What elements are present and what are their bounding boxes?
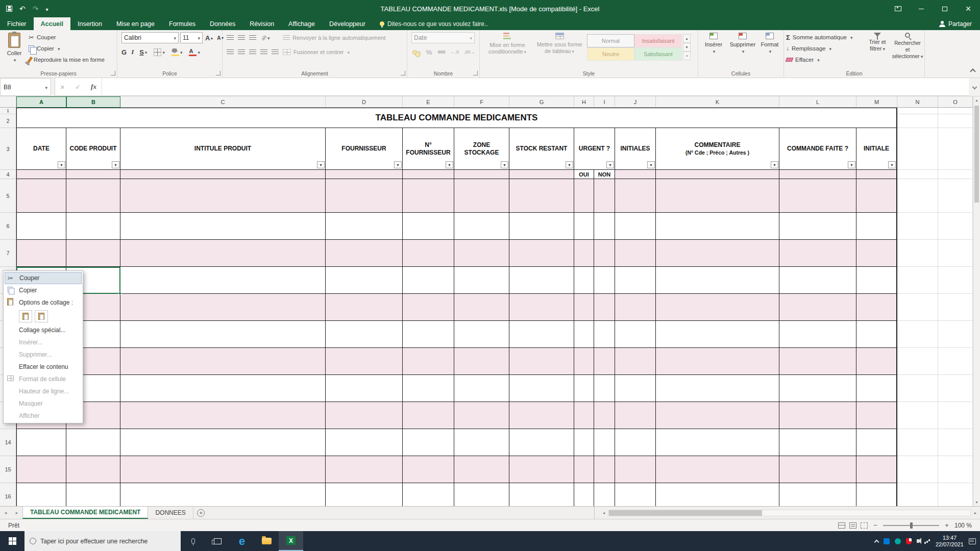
cell[interactable] bbox=[938, 456, 973, 483]
cell[interactable] bbox=[326, 402, 403, 429]
cell[interactable] bbox=[938, 213, 973, 240]
cell[interactable] bbox=[574, 375, 594, 402]
cell[interactable] bbox=[615, 375, 656, 402]
cell[interactable] bbox=[574, 267, 594, 294]
cell[interactable] bbox=[779, 267, 856, 294]
cell[interactable] bbox=[897, 240, 938, 267]
cell[interactable] bbox=[509, 170, 574, 179]
row-header-5[interactable]: 5 bbox=[0, 179, 16, 213]
cell[interactable] bbox=[326, 348, 403, 375]
cell[interactable] bbox=[779, 179, 856, 213]
cell[interactable] bbox=[120, 213, 326, 240]
cell[interactable] bbox=[454, 294, 509, 321]
cell[interactable] bbox=[403, 213, 454, 240]
align-top-icon[interactable] bbox=[227, 35, 234, 41]
cell[interactable] bbox=[326, 456, 403, 483]
cell[interactable] bbox=[509, 375, 574, 402]
sheet-tab-donnees[interactable]: DONNEES bbox=[148, 507, 193, 519]
volume-icon[interactable] bbox=[917, 539, 919, 543]
cut-button[interactable]: Couper bbox=[29, 32, 56, 43]
cell[interactable] bbox=[594, 213, 615, 240]
cell[interactable] bbox=[66, 213, 120, 240]
cell[interactable] bbox=[656, 348, 779, 375]
cell[interactable] bbox=[120, 402, 326, 429]
filter-button[interactable] bbox=[888, 161, 896, 168]
header-cell-fournisseur[interactable]: FOURNISSEUR bbox=[326, 128, 403, 170]
cell[interactable] bbox=[326, 240, 403, 267]
delete-cells-button[interactable]: Supprimer bbox=[728, 31, 757, 55]
cell[interactable] bbox=[779, 321, 856, 348]
filter-button[interactable] bbox=[317, 161, 325, 168]
cell[interactable] bbox=[594, 429, 615, 456]
start-button[interactable] bbox=[0, 531, 24, 551]
sheet-tab-tableau-commande-medicament[interactable]: TABLEAU COMMANDE MEDICAMENT bbox=[22, 507, 148, 519]
filter-button[interactable] bbox=[606, 161, 614, 168]
format-cells-button[interactable]: Format bbox=[757, 31, 782, 55]
cell[interactable] bbox=[594, 321, 615, 348]
cell[interactable] bbox=[454, 170, 509, 179]
cell[interactable] bbox=[509, 402, 574, 429]
style-insatisfaisant[interactable]: Insatisfaisant bbox=[634, 34, 682, 47]
cell[interactable] bbox=[656, 483, 779, 506]
column-header-h[interactable]: H bbox=[574, 96, 594, 108]
filter-button[interactable] bbox=[58, 161, 65, 168]
cell[interactable] bbox=[856, 267, 897, 294]
cell[interactable] bbox=[403, 456, 454, 483]
cell[interactable] bbox=[779, 348, 856, 375]
cell[interactable] bbox=[779, 170, 856, 179]
paste-button[interactable]: Coller bbox=[2, 31, 27, 64]
cell[interactable] bbox=[326, 213, 403, 240]
cell[interactable] bbox=[454, 348, 509, 375]
cell[interactable] bbox=[656, 402, 779, 429]
zoom-slider-thumb[interactable] bbox=[910, 522, 913, 529]
zoom-slider[interactable] bbox=[883, 525, 939, 526]
filter-button[interactable] bbox=[501, 161, 508, 168]
header-cell-stock-restant[interactable]: STOCK RESTANT bbox=[509, 128, 574, 170]
cell[interactable] bbox=[120, 240, 326, 267]
filter-button[interactable] bbox=[566, 161, 573, 168]
tab-mise-en-page[interactable]: Mise en page bbox=[109, 17, 162, 30]
style-neutre[interactable]: Neutre bbox=[587, 47, 634, 61]
align-center-icon[interactable] bbox=[238, 49, 245, 55]
cell[interactable] bbox=[66, 429, 120, 456]
cell[interactable] bbox=[938, 179, 973, 213]
cell[interactable] bbox=[938, 128, 973, 170]
cell-oui[interactable]: OUI bbox=[574, 170, 594, 179]
cell-non[interactable]: NON bbox=[594, 170, 615, 179]
cell[interactable] bbox=[594, 179, 615, 213]
cell[interactable] bbox=[403, 294, 454, 321]
insert-cells-button[interactable]: Insérer bbox=[700, 31, 727, 55]
paste-values-button[interactable] bbox=[35, 310, 48, 322]
cell[interactable] bbox=[938, 402, 973, 429]
row-header-15[interactable]: 15 bbox=[0, 456, 16, 483]
cell[interactable] bbox=[403, 170, 454, 179]
collapse-ribbon-icon[interactable] bbox=[970, 68, 975, 74]
cell[interactable] bbox=[615, 213, 656, 240]
zoom-out-button[interactable]: − bbox=[872, 521, 879, 529]
cell[interactable] bbox=[897, 267, 938, 294]
horizontal-scroll-thumb[interactable] bbox=[609, 510, 762, 516]
cell[interactable] bbox=[594, 483, 615, 506]
cell[interactable] bbox=[856, 321, 897, 348]
paste-keep-source-formatting-button[interactable] bbox=[19, 310, 32, 322]
ribbon-display-options-button[interactable] bbox=[886, 0, 910, 17]
cell[interactable] bbox=[509, 483, 574, 506]
cell[interactable] bbox=[938, 375, 973, 402]
insert-function-icon[interactable]: fx bbox=[91, 83, 96, 91]
cell[interactable] bbox=[66, 170, 120, 179]
cell[interactable] bbox=[615, 267, 656, 294]
cell[interactable] bbox=[326, 267, 403, 294]
cell[interactable] bbox=[938, 429, 973, 456]
save-icon[interactable] bbox=[6, 6, 12, 12]
cancel-icon[interactable] bbox=[60, 83, 65, 91]
security-shield-icon[interactable] bbox=[906, 538, 912, 544]
cell[interactable] bbox=[938, 267, 973, 294]
cell[interactable] bbox=[779, 429, 856, 456]
cell[interactable] bbox=[897, 108, 938, 128]
scroll-left-icon[interactable] bbox=[599, 511, 608, 515]
align-bottom-icon[interactable] bbox=[249, 35, 256, 41]
formula-input[interactable] bbox=[102, 78, 969, 96]
header-cell-commande-faite[interactable]: COMMANDE FAITE ? bbox=[779, 128, 856, 170]
cell[interactable] bbox=[16, 179, 66, 213]
cell[interactable] bbox=[509, 213, 574, 240]
